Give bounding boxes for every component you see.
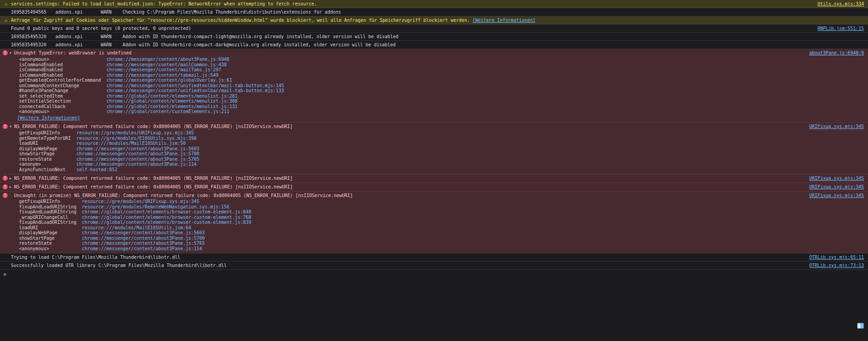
frame-function: getEnabledControllerForCommand: [19, 78, 107, 83]
frame-location-link[interactable]: resource://gre/modules/E10SUtils.sys.mjs…: [76, 136, 199, 141]
stack-frame: onCommandContextChangechrome://messenger…: [19, 83, 284, 89]
console-input[interactable]: [9, 272, 866, 277]
frame-function: #handle3PaneChange: [19, 88, 107, 94]
expand-icon[interactable]: ▶: [10, 176, 13, 182]
frame-function: connectedCallback: [19, 104, 107, 109]
stack-frame: #handle3PaneChangechrome://messenger/con…: [19, 88, 284, 94]
frame-location-link[interactable]: self-hosted:852: [76, 167, 199, 173]
frame-location-link[interactable]: chrome://global/content/elements/menulis…: [107, 99, 284, 104]
frame-location-link[interactable]: chrome://global/content/elements/menulis…: [107, 94, 284, 99]
frame-location-link[interactable]: chrome://messenger/content/mailTabs.js:2…: [107, 67, 284, 73]
stack-frame: isCommandEnabledchrome://messenger/conte…: [19, 73, 284, 78]
collapse-icon[interactable]: ▼: [10, 50, 13, 56]
log-message: Found 0 public keys and 0 secret keys (0…: [11, 25, 811, 31]
error-icon: !: [3, 124, 8, 129]
frame-function: fixupAndLoadURIString: [19, 220, 82, 225]
error-icon: !: [3, 193, 8, 198]
source-location-link[interactable]: Utils.sys.mjs:334: [818, 1, 866, 7]
stack-frame: set selectedItemchrome://global/content/…: [19, 94, 284, 99]
devtools-console: ⚠services.settings: Failed to load last_…: [0, 0, 868, 341]
log-message: Uncaught TypeError: webBrowser is undefi…: [14, 50, 803, 56]
console-row-log: 1695835494565addons.xpiWARNChecking C:\P…: [0, 8, 868, 16]
frame-function: getFixupURIInfo: [19, 130, 76, 136]
learn-more-link[interactable]: [Weitere Informationen]: [17, 115, 80, 120]
frame-location-link[interactable]: resource:///modules/MailE10SUtils.jsm:50: [76, 141, 199, 146]
source-location-link[interactable]: about3Pane.js:6948:9: [809, 50, 866, 56]
frame-location-link[interactable]: chrome://messenger/content/about3Pane.js…: [76, 146, 199, 152]
row-head: 1695835494565addons.xpiWARNChecking C:\P…: [2, 9, 866, 15]
source-location-link[interactable]: OTRLib.sys.mjs:65:11: [809, 254, 866, 260]
source-location-link[interactable]: URIFixup.sys.mjs:345: [809, 175, 866, 181]
source-location-link[interactable]: URIFixup.sys.mjs:345: [809, 124, 866, 129]
frame-location-link[interactable]: chrome://global/content/elements/browser…: [82, 215, 251, 220]
console-row-error: !▶NS_ERROR_FAILURE: Component returned f…: [0, 174, 868, 183]
frame-function: set selectedItem: [19, 94, 107, 99]
frame-location-link[interactable]: chrome://messenger/content/about3Pane.js…: [107, 57, 284, 62]
frame-location-link[interactable]: chrome://messenger/content/about3Pane.js…: [76, 157, 199, 162]
collapse-icon[interactable]: ▼: [10, 124, 13, 130]
expand-icon[interactable]: ▶: [10, 184, 13, 190]
frame-location-link[interactable]: resource://gre/modules/URIFixup.sys.mjs:…: [82, 199, 251, 204]
stack-frame: getFixupURIInforesource://gre/modules/UR…: [19, 199, 251, 204]
log-message: Trying to load C:\Program Files\Mozilla …: [11, 254, 803, 260]
frame-location-link[interactable]: chrome://global/content/customElements.j…: [107, 109, 284, 114]
row-head: ⚠Anfrage für Zugriff auf Cookies oder Sp…: [2, 17, 866, 23]
row-head: Found 0 public keys and 0 secret keys (0…: [2, 25, 866, 31]
frame-location-link[interactable]: chrome://global/content/elements/browser…: [82, 220, 251, 225]
stack-frame: <anonym>chrome://messenger/content/about…: [19, 162, 199, 167]
row-head: !▼Uncaught TypeError: webBrowser is unde…: [2, 50, 866, 56]
frame-function: loadURI: [19, 141, 76, 146]
frame-function: showStartPage: [19, 236, 82, 241]
source-location-link[interactable]: OTRLib.sys.mjs:73:13: [809, 262, 866, 268]
frame-location-link[interactable]: chrome://messenger/content/globalOverlay…: [107, 78, 284, 83]
error-icon: !: [3, 184, 8, 189]
dock-sidebar-icon[interactable]: [857, 323, 864, 329]
frame-location-link[interactable]: chrome://global/content/elements/menulis…: [107, 104, 284, 109]
row-head: !▼NS_ERROR_FAILURE: Component returned f…: [2, 124, 866, 130]
source-location-link[interactable]: RNPLib.jsm:551:15: [818, 25, 866, 31]
stack-frame: showStartPagechrome://messenger/content/…: [19, 151, 199, 157]
frame-location-link[interactable]: chrome://messenger/content/about3Pane.js…: [76, 151, 199, 157]
frame-function: isCommandEnabled: [19, 67, 107, 73]
frame-location-link[interactable]: chrome://messenger/content/about3Pane.js…: [82, 241, 251, 246]
console-row-error: !Uncaught (in promise) NS_ERROR_FAILURE:…: [0, 192, 868, 253]
source-location-link[interactable]: URIFixup.sys.mjs:345: [809, 193, 866, 198]
log-text: Addon with ID thunderbird-compact-light@…: [123, 34, 398, 40]
row-head: 1695835495320addons.xpiWARNAddon with ID…: [2, 42, 866, 48]
source-location-link[interactable]: URIFixup.sys.mjs:345: [809, 184, 866, 190]
frame-function: restoreState: [19, 157, 76, 162]
console-row-error: !▼NS_ERROR_FAILURE: Component returned f…: [0, 123, 868, 174]
frame-location-link[interactable]: chrome://messenger/content/about3Pane.js…: [76, 162, 199, 167]
frame-location-link[interactable]: chrome://global/content/elements/browser…: [82, 209, 251, 215]
frame-function: setInitialSelection: [19, 99, 107, 104]
stack-frame: loadURIresource:///modules/MailE10SUtils…: [19, 141, 199, 146]
stack-frame: AsyncFunctionNextself-hosted:852: [19, 167, 199, 173]
log-text: Uncaught (in promise) NS_ERROR_FAILURE: …: [14, 193, 353, 198]
log-text: services.settings: Failed to load last_m…: [11, 1, 317, 6]
console-input-row[interactable]: »: [0, 270, 868, 279]
stack-frame: <anonymous>chrome://messenger/content/ab…: [19, 57, 284, 62]
frame-location-link[interactable]: chrome://messenger/content/about3Pane.js…: [82, 230, 251, 236]
row-head: !▶NS_ERROR_FAILURE: Component returned f…: [2, 184, 866, 190]
frame-function: AsyncFunctionNext: [19, 167, 76, 173]
frame-location-link[interactable]: chrome://messenger/content/about3Pane.js…: [82, 236, 251, 241]
console-row-log: Trying to load C:\Program Files\Mozilla …: [0, 253, 868, 262]
learn-more-link[interactable]: [Weitere Informationen]: [472, 18, 535, 23]
log-message: 1695835495320addons.xpiWARNAddon with ID…: [11, 42, 866, 48]
log-message: NS_ERROR_FAILURE: Component returned fai…: [14, 184, 803, 190]
log-text: NS_ERROR_FAILURE: Component returned fai…: [14, 124, 293, 129]
frame-location-link[interactable]: chrome://messenger/content/unifiedtoolba…: [107, 83, 284, 89]
frame-location-link[interactable]: resource://gre/modules/URIFixup.sys.mjs:…: [76, 130, 199, 136]
row-head: Successfully loaded OTR library C:\Progr…: [2, 262, 866, 268]
frame-location-link[interactable]: chrome://messenger/content/about3Pane.js…: [82, 246, 251, 252]
frame-location-link[interactable]: chrome://messenger/content/mailCommon.js…: [107, 62, 284, 68]
frame-location-link[interactable]: resource:///modules/MailE10SUtils.jsm:64: [82, 225, 251, 231]
frame-function: <anonym>: [19, 162, 76, 167]
frame-location-link[interactable]: chrome://messenger/content/tabmail.js:54…: [107, 73, 284, 78]
frame-location-link[interactable]: chrome://messenger/content/unifiedtoolba…: [107, 88, 284, 94]
stack-frame: restoreStatechrome://messenger/content/a…: [19, 241, 251, 246]
frame-location-link[interactable]: resource://gre/modules/RemoteWebNavigati…: [82, 204, 251, 210]
frame-function: isCommandEnabled: [19, 62, 107, 68]
console-row-log: 1695835495320addons.xpiWARNAddon with ID…: [0, 41, 868, 49]
stack-frame: _wrapURIChangeCallchrome://global/conten…: [19, 215, 251, 220]
